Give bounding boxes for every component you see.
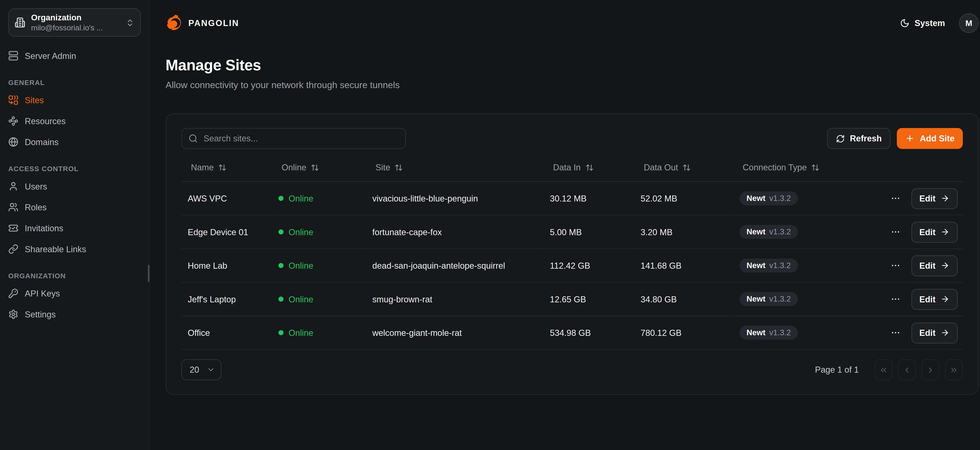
status-badge: Online bbox=[278, 227, 313, 237]
sidebar-item-shareable-links[interactable]: Shareable Links bbox=[8, 241, 141, 257]
sidebar-item-resources[interactable]: Resources bbox=[8, 113, 141, 129]
org-selector-texts: Organization milo@fossorial.io's ... bbox=[31, 13, 120, 32]
waypoints-icon bbox=[8, 116, 18, 126]
sidebar-item-users[interactable]: Users bbox=[8, 179, 141, 194]
add-site-button[interactable]: Add Site bbox=[897, 128, 963, 149]
edit-button[interactable]: Edit bbox=[911, 322, 958, 343]
sidebar-item-invitations[interactable]: Invitations bbox=[8, 220, 141, 236]
cell-data-out: 52.02 MB bbox=[634, 182, 733, 215]
sidebar-item-domains[interactable]: Domains bbox=[8, 134, 141, 150]
arrow-right-icon bbox=[940, 328, 950, 337]
cell-site: welcome-giant-mole-rat bbox=[366, 316, 544, 350]
pager: Page 1 of 1 bbox=[815, 359, 963, 380]
next-page-button[interactable] bbox=[921, 359, 939, 380]
table-header-row: Name Online Site Data In Data Out Connec… bbox=[181, 158, 963, 182]
building-icon bbox=[14, 17, 25, 28]
theme-label: System bbox=[915, 18, 945, 28]
first-page-button[interactable] bbox=[875, 359, 892, 380]
edit-button[interactable]: Edit bbox=[911, 288, 958, 310]
edit-button[interactable]: Edit bbox=[911, 222, 958, 242]
ticket-check-icon bbox=[8, 223, 18, 233]
search-box[interactable] bbox=[181, 128, 406, 149]
card-toolbar: Refresh Add Site bbox=[181, 128, 963, 149]
ellipsis-icon bbox=[890, 294, 900, 304]
add-site-label: Add Site bbox=[920, 134, 955, 143]
page-size-select[interactable]: 20 bbox=[181, 359, 221, 380]
sidebar-item-label: Users bbox=[25, 182, 47, 191]
sort-header-site[interactable]: Site bbox=[375, 163, 403, 173]
edit-label: Edit bbox=[920, 328, 936, 338]
sort-header-data-out[interactable]: Data Out bbox=[644, 163, 691, 173]
previous-page-button[interactable] bbox=[898, 359, 916, 380]
sidebar-item-sites[interactable]: Sites bbox=[8, 92, 141, 108]
page-info: Page 1 of 1 bbox=[815, 365, 859, 375]
connection-type-badge: Newtv1.3.2 bbox=[740, 225, 798, 239]
cell-data-in: 12.65 GB bbox=[544, 282, 634, 316]
page-title: Manage Sites bbox=[165, 56, 979, 74]
server-icon bbox=[8, 51, 18, 61]
online-dot-icon bbox=[278, 330, 283, 336]
sidebar-item-server-admin[interactable]: Server Admin bbox=[8, 48, 141, 63]
sidebar-item-api-keys[interactable]: API Keys bbox=[8, 286, 141, 301]
cell-data-out: 3.20 MB bbox=[634, 215, 733, 249]
status-label: Online bbox=[288, 295, 313, 304]
row-menu-button[interactable] bbox=[890, 260, 900, 271]
cell-name: Home Lab bbox=[181, 249, 272, 282]
sidebar-item-label: Domains bbox=[25, 137, 59, 147]
connection-type-badge: Newtv1.3.2 bbox=[740, 258, 798, 273]
last-page-button[interactable] bbox=[945, 359, 963, 380]
row-menu-button[interactable] bbox=[890, 193, 900, 203]
sort-icon bbox=[682, 163, 691, 172]
cell-data-out: 141.68 GB bbox=[634, 249, 733, 282]
refresh-button[interactable]: Refresh bbox=[827, 128, 891, 149]
column-label: Connection Type bbox=[743, 163, 807, 173]
row-menu-button[interactable] bbox=[890, 294, 900, 304]
cell-data-out: 34.80 GB bbox=[634, 282, 733, 316]
brand-logo: PANGOLIN bbox=[165, 14, 239, 32]
org-selector-label: Organization bbox=[31, 13, 120, 22]
sort-header-connection-type[interactable]: Connection Type bbox=[743, 163, 819, 173]
moon-icon bbox=[900, 18, 910, 28]
cell-site: vivacious-little-blue-penguin bbox=[366, 182, 544, 215]
edit-button[interactable]: Edit bbox=[911, 188, 958, 209]
chevrons-up-down-icon bbox=[126, 18, 134, 27]
sidebar-item-roles[interactable]: Roles bbox=[8, 200, 141, 215]
cell-site: dead-san-joaquin-antelope-squirrel bbox=[366, 249, 544, 282]
column-label: Name bbox=[191, 163, 214, 173]
connection-type-badge: Newtv1.3.2 bbox=[740, 191, 798, 205]
org-selector[interactable]: Organization milo@fossorial.io's ... bbox=[8, 8, 141, 37]
page-size-value: 20 bbox=[190, 365, 199, 375]
theme-toggle[interactable]: System bbox=[900, 18, 945, 28]
status-label: Online bbox=[288, 227, 313, 237]
avatar[interactable]: M bbox=[959, 13, 978, 33]
status-label: Online bbox=[288, 194, 313, 203]
cell-site: fortunate-cape-fox bbox=[366, 215, 544, 249]
edit-label: Edit bbox=[920, 294, 936, 304]
sort-header-name[interactable]: Name bbox=[191, 163, 226, 173]
sidebar-scrollbar[interactable] bbox=[148, 265, 150, 282]
sidebar-item-label: Server Admin bbox=[25, 51, 76, 60]
arrow-right-icon bbox=[940, 228, 950, 236]
refresh-label: Refresh bbox=[850, 134, 882, 143]
sort-header-data-in[interactable]: Data In bbox=[553, 163, 593, 173]
row-menu-button[interactable] bbox=[890, 328, 900, 338]
sort-icon bbox=[311, 163, 319, 172]
ellipsis-icon bbox=[890, 260, 900, 271]
sidebar-item-label: Invitations bbox=[25, 223, 63, 233]
toolbar-actions: Refresh Add Site bbox=[827, 128, 963, 149]
edit-button[interactable]: Edit bbox=[911, 255, 958, 276]
row-menu-button[interactable] bbox=[890, 227, 900, 237]
cell-data-in: 30.12 MB bbox=[544, 182, 634, 215]
sidebar-item-settings[interactable]: Settings bbox=[8, 307, 141, 322]
search-input[interactable] bbox=[204, 134, 399, 143]
sort-header-online[interactable]: Online bbox=[282, 163, 319, 173]
main-area: PANGOLIN System M Manage Sites Allow con… bbox=[150, 0, 980, 450]
sidebar-item-label: Shareable Links bbox=[25, 244, 86, 254]
status-label: Online bbox=[288, 261, 313, 271]
app-root: Organization milo@fossorial.io's ... Ser… bbox=[0, 0, 980, 450]
column-label: Site bbox=[375, 163, 390, 173]
sidebar-section-access-control: ACCESS CONTROL Users Roles Invitations S… bbox=[8, 165, 141, 257]
status-badge: Online bbox=[278, 328, 313, 338]
status-badge: Online bbox=[278, 261, 313, 271]
brand-name: PANGOLIN bbox=[188, 18, 239, 28]
